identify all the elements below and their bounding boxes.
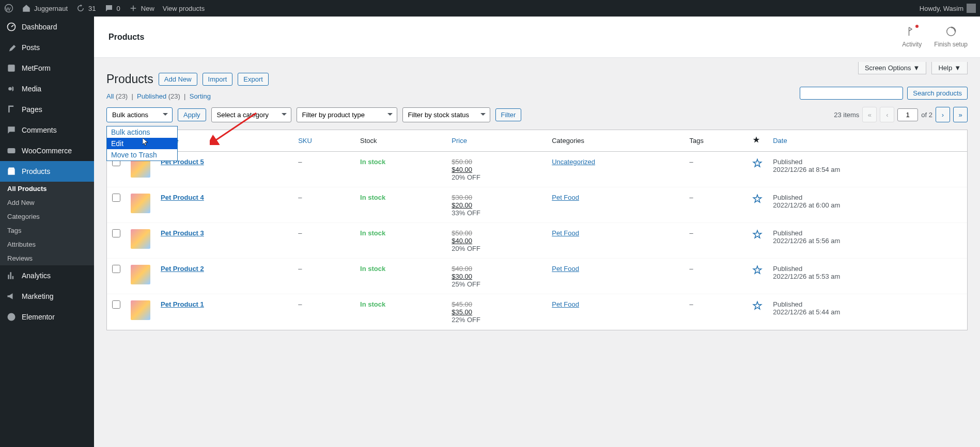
updates-link[interactable]: 31	[76, 4, 96, 13]
col-price[interactable]: Price	[446, 130, 547, 152]
view-products-link[interactable]: View products	[163, 5, 205, 12]
category-link[interactable]: Pet Food	[552, 194, 579, 201]
page-header-title: Products	[108, 33, 144, 42]
featured-toggle[interactable]	[747, 152, 768, 188]
product-thumbnail[interactable]	[131, 229, 150, 249]
sidebar-label: Posts	[22, 43, 40, 52]
stock-status-select[interactable]: Filter by stock status	[402, 107, 490, 122]
col-categories[interactable]: Categories	[552, 137, 584, 145]
stock-status: In stock	[360, 265, 385, 273]
pagination: 23 items « ‹ of 2 › »	[834, 107, 968, 122]
howdy-label: Howdy, Wasim	[920, 5, 963, 12]
view-label: View products	[163, 5, 205, 12]
category-link[interactable]: Uncategorized	[552, 158, 595, 166]
category-link[interactable]: Pet Food	[552, 300, 579, 308]
help-button[interactable]: Help ▼	[931, 62, 968, 74]
filter-published[interactable]: Published	[137, 92, 166, 100]
product-name-link[interactable]: Pet Product 3	[161, 229, 204, 237]
sidebar-item-woocommerce[interactable]: WooCommerce	[0, 140, 94, 161]
col-featured[interactable]	[747, 130, 768, 152]
sidebar-item-elementor[interactable]: Elementor	[0, 307, 94, 327]
category-link[interactable]: Pet Food	[552, 265, 579, 273]
product-name-link[interactable]: Pet Product 1	[161, 300, 204, 308]
col-tags[interactable]: Tags	[690, 137, 704, 145]
page-first-button[interactable]: «	[862, 107, 877, 122]
sidebar-item-media[interactable]: Media	[0, 78, 94, 99]
wp-logo[interactable]	[4, 4, 13, 13]
bulk-opt-edit[interactable]: Edit	[107, 138, 177, 149]
product-date: Published2022/12/26 at 6:00 am	[768, 187, 967, 223]
category-select[interactable]: Select a category	[211, 107, 291, 122]
row-checkbox[interactable]	[112, 229, 120, 237]
avatar-icon	[967, 4, 976, 13]
page-prev-button[interactable]: ‹	[880, 107, 894, 122]
filter-all[interactable]: All	[106, 92, 114, 100]
product-thumbnail[interactable]	[131, 300, 150, 320]
import-button[interactable]: Import	[203, 73, 233, 86]
sidebar-item-products[interactable]: Products	[0, 161, 94, 182]
row-checkbox[interactable]	[112, 265, 120, 273]
sidebar-item-marketing[interactable]: Marketing	[0, 286, 94, 307]
type-label: Filter by product type	[302, 111, 365, 119]
row-checkbox[interactable]	[112, 300, 120, 309]
new-link[interactable]: New	[129, 4, 154, 13]
screen-options-button[interactable]: Screen Options ▼	[858, 62, 926, 74]
product-thumbnail[interactable]	[131, 194, 150, 213]
add-new-button[interactable]: Add New	[159, 73, 197, 86]
row-checkbox[interactable]	[112, 194, 120, 202]
submenu-tags[interactable]: Tags	[0, 224, 94, 237]
sidebar-item-posts[interactable]: Posts	[0, 37, 94, 58]
finish-setup-button[interactable]: Finish setup	[934, 26, 968, 48]
submenu-categories[interactable]: Categories	[0, 210, 94, 224]
product-thumbnail[interactable]	[131, 158, 150, 178]
svg-rect-6	[8, 148, 15, 153]
howdy-user[interactable]: Howdy, Wasim	[920, 4, 976, 13]
progress-icon	[945, 26, 957, 39]
submenu-reviews[interactable]: Reviews	[0, 251, 94, 265]
bulk-opt-title[interactable]: Bulk actions	[107, 126, 177, 138]
col-sku[interactable]: SKU	[293, 130, 355, 152]
featured-toggle[interactable]	[747, 223, 768, 259]
product-name-link[interactable]: Pet Product 4	[161, 194, 204, 201]
featured-toggle[interactable]	[747, 187, 768, 223]
export-button[interactable]: Export	[238, 73, 269, 86]
site-link[interactable]: Juggernaut	[22, 4, 68, 13]
category-link[interactable]: Pet Food	[552, 229, 579, 237]
chevron-down-icon: ▼	[913, 64, 920, 72]
sidebar-label: Media	[22, 85, 41, 93]
col-date[interactable]: Date	[768, 130, 967, 152]
col-stock[interactable]: Stock	[360, 137, 377, 145]
bulk-actions-select[interactable]: Bulk actions	[106, 107, 173, 122]
submenu-all-products[interactable]: All Products	[0, 182, 94, 196]
sidebar-item-comments[interactable]: Comments	[0, 120, 94, 140]
star-outline-icon	[752, 229, 763, 240]
featured-toggle[interactable]	[747, 294, 768, 330]
product-thumbnail[interactable]	[131, 265, 150, 284]
page-input[interactable]	[897, 108, 918, 121]
search-products-button[interactable]: Search products	[907, 87, 968, 100]
filter-button[interactable]: Filter	[495, 108, 522, 121]
search-input[interactable]	[800, 87, 903, 100]
sidebar-item-metform[interactable]: MetForm	[0, 58, 94, 78]
comments-link[interactable]: 0	[104, 4, 120, 13]
admin-sidebar: Dashboard Posts MetForm Media Pages Comm…	[0, 17, 94, 447]
bulk-opt-trash[interactable]: Move to Trash	[107, 149, 177, 161]
filter-sorting[interactable]: Sorting	[190, 92, 211, 100]
product-type-select[interactable]: Filter by product type	[297, 107, 397, 122]
sidebar-item-pages[interactable]: Pages	[0, 99, 94, 120]
activity-button[interactable]: Activity	[902, 26, 922, 48]
product-tags: –	[685, 152, 748, 188]
help-label: Help	[938, 64, 952, 72]
apply-button[interactable]: Apply	[178, 108, 206, 121]
product-name-link[interactable]: Pet Product 2	[161, 265, 204, 273]
sidebar-item-dashboard[interactable]: Dashboard	[0, 17, 94, 37]
submenu-attributes[interactable]: Attributes	[0, 237, 94, 251]
page-last-button[interactable]: »	[953, 107, 968, 122]
svg-point-8	[8, 313, 15, 321]
featured-toggle[interactable]	[747, 259, 768, 294]
product-price: $50.00$40.0020% OFF	[446, 223, 547, 259]
page-next-button[interactable]: ›	[936, 107, 950, 122]
star-outline-icon	[752, 300, 763, 311]
submenu-add-new[interactable]: Add New	[0, 196, 94, 210]
sidebar-item-analytics[interactable]: Analytics	[0, 265, 94, 286]
